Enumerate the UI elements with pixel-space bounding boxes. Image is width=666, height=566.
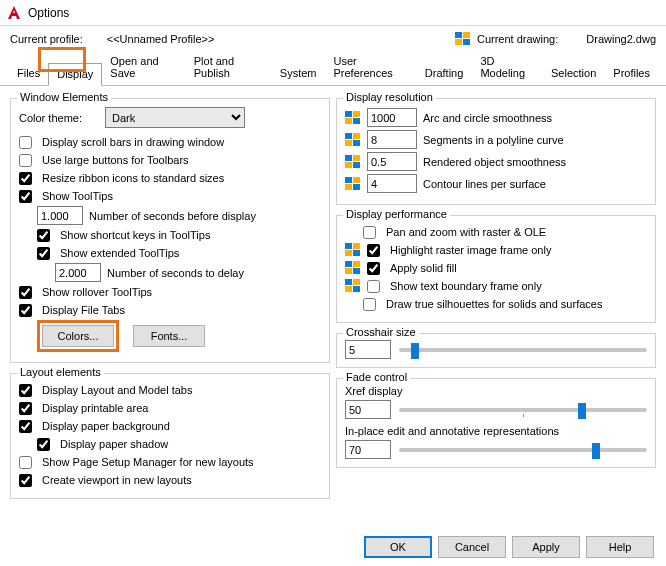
help-button[interactable]: Help [586, 536, 654, 558]
lbl-show-tooltips: Show ToolTips [42, 190, 113, 202]
tab-open-and-save[interactable]: Open and Save [101, 50, 185, 85]
svg-rect-29 [353, 286, 360, 292]
chk-resize-ribbon[interactable] [19, 172, 32, 185]
svg-rect-31 [345, 286, 352, 292]
chk-pan-zoom-raster[interactable] [363, 226, 376, 239]
svg-rect-0 [455, 32, 462, 38]
input-crosshair-size[interactable] [345, 340, 391, 359]
colors-button[interactable]: Colors... [42, 325, 114, 347]
tab-system[interactable]: System [271, 62, 326, 85]
slider-xref-fade[interactable] [399, 408, 647, 412]
chk-extended-tooltips[interactable] [37, 247, 50, 260]
chk-large-buttons[interactable] [19, 154, 32, 167]
svg-rect-8 [345, 133, 352, 139]
drawing-icon [455, 32, 471, 46]
svg-rect-2 [455, 39, 462, 45]
dwg-icon [345, 261, 361, 275]
right-column: Display resolution Arc and circle smooth… [336, 92, 656, 499]
group-title-display-resolution: Display resolution [343, 91, 436, 103]
tab-files[interactable]: Files [8, 62, 49, 85]
slider-crosshair[interactable] [399, 348, 647, 352]
svg-rect-1 [463, 32, 470, 38]
chk-page-setup-manager[interactable] [19, 456, 32, 469]
svg-rect-17 [353, 184, 360, 190]
tab-drafting[interactable]: Drafting [416, 62, 473, 85]
group-title-window-elements: Window Elements [17, 91, 111, 103]
dialog-buttons: OK Cancel Apply Help [364, 536, 654, 558]
chk-text-boundary[interactable] [367, 280, 380, 293]
svg-rect-7 [345, 118, 352, 124]
chk-create-viewport[interactable] [19, 474, 32, 487]
input-arc-smoothness[interactable] [367, 108, 417, 127]
lbl-display-scroll-bars: Display scroll bars in drawing window [42, 136, 224, 148]
svg-rect-18 [353, 177, 360, 183]
chk-highlight-raster[interactable] [367, 244, 380, 257]
group-title-fade: Fade control [343, 371, 410, 383]
svg-rect-23 [345, 250, 352, 256]
input-xref-fade[interactable] [345, 400, 391, 419]
tab-selection[interactable]: Selection [542, 62, 605, 85]
tab-3d-modeling[interactable]: 3D Modeling [471, 50, 543, 85]
chk-shortcut-keys[interactable] [37, 229, 50, 242]
svg-rect-25 [353, 268, 360, 274]
chk-solid-fill[interactable] [367, 262, 380, 275]
input-tooltip-delay[interactable] [37, 206, 83, 225]
chk-printable-area[interactable] [19, 402, 32, 415]
svg-rect-6 [353, 111, 360, 117]
svg-rect-11 [345, 140, 352, 146]
tab-profiles[interactable]: Profiles [604, 62, 659, 85]
chk-rollover-tooltips[interactable] [19, 286, 32, 299]
lbl-page-setup-manager: Show Page Setup Manager for new layouts [42, 456, 254, 468]
svg-rect-10 [353, 133, 360, 139]
group-title-display-performance: Display performance [343, 208, 450, 220]
input-extended-delay[interactable] [55, 263, 101, 282]
input-rendered-smoothness[interactable] [367, 152, 417, 171]
svg-rect-28 [345, 279, 352, 285]
lbl-printable-area: Display printable area [42, 402, 148, 414]
lbl-display-file-tabs: Display File Tabs [42, 304, 125, 316]
input-polyline-segments[interactable] [367, 130, 417, 149]
svg-rect-4 [345, 111, 352, 117]
lbl-arc-smoothness: Arc and circle smoothness [423, 112, 552, 124]
apply-button[interactable]: Apply [512, 536, 580, 558]
svg-rect-20 [345, 243, 352, 249]
svg-rect-12 [345, 155, 352, 161]
chk-display-scroll-bars[interactable] [19, 136, 32, 149]
input-inplace-fade[interactable] [345, 440, 391, 459]
highlight-colors-button: Colors... [37, 320, 119, 352]
chk-layout-tabs[interactable] [19, 384, 32, 397]
svg-rect-15 [345, 162, 352, 168]
lbl-layout-tabs: Display Layout and Model tabs [42, 384, 192, 396]
lbl-inplace-edit: In-place edit and annotative representat… [345, 425, 647, 437]
window-title: Options [28, 6, 69, 20]
lbl-highlight-raster: Highlight raster image frame only [390, 244, 551, 256]
slider-inplace-fade[interactable] [399, 448, 647, 452]
group-display-performance: Display performance Pan and zoom with ra… [336, 215, 656, 323]
current-profile-value: <<Unnamed Profile>> [107, 33, 215, 45]
color-theme-select[interactable]: Dark [105, 107, 245, 128]
current-drawing-label: Current drawing: [477, 33, 558, 45]
chk-paper-shadow[interactable] [37, 438, 50, 451]
tab-user-preferences[interactable]: User Preferences [324, 50, 416, 85]
chk-silhouettes[interactable] [363, 298, 376, 311]
chk-paper-background[interactable] [19, 420, 32, 433]
fonts-button[interactable]: Fonts... [133, 325, 205, 347]
lbl-rollover-tooltips: Show rollover ToolTips [42, 286, 152, 298]
tab-plot-and-publish[interactable]: Plot and Publish [185, 50, 272, 85]
chk-show-tooltips[interactable] [19, 190, 32, 203]
svg-rect-22 [353, 243, 360, 249]
ok-button[interactable]: OK [364, 536, 432, 558]
lbl-large-buttons: Use large buttons for Toolbars [42, 154, 189, 166]
tab-display[interactable]: Display [48, 63, 102, 86]
profile-row: Current profile: <<Unnamed Profile>> Cur… [0, 26, 666, 50]
cancel-button[interactable]: Cancel [438, 536, 506, 558]
dwg-icon [345, 111, 361, 125]
chk-display-file-tabs[interactable] [19, 304, 32, 317]
svg-rect-21 [353, 250, 360, 256]
left-column: Window Elements Color theme: Dark Displa… [10, 92, 330, 499]
input-contour-lines[interactable] [367, 174, 417, 193]
svg-rect-9 [353, 140, 360, 146]
svg-rect-27 [345, 268, 352, 274]
group-title-layout-elements: Layout elements [17, 366, 104, 378]
svg-rect-24 [345, 261, 352, 267]
